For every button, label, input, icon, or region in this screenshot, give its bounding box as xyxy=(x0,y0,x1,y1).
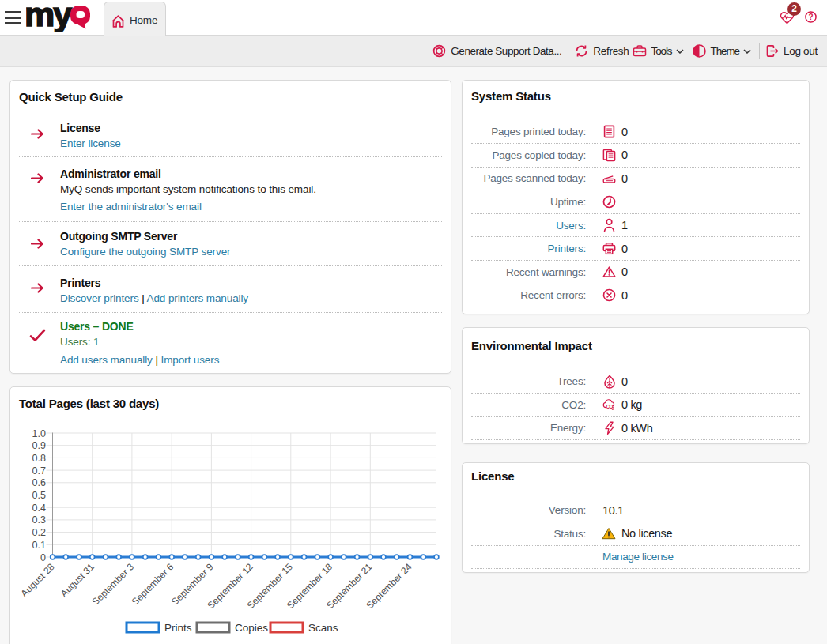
svg-text:0.1: 0.1 xyxy=(32,540,46,551)
svg-text:my: my xyxy=(26,0,72,32)
svg-text:0.6: 0.6 xyxy=(32,477,46,488)
svg-text:0.3: 0.3 xyxy=(32,514,46,525)
svg-text:1.0: 1.0 xyxy=(32,428,46,439)
svg-text:August 31: August 31 xyxy=(59,561,96,599)
svg-text:0.8: 0.8 xyxy=(32,453,46,464)
svg-text:Prints: Prints xyxy=(164,622,192,634)
svg-text:August 28: August 28 xyxy=(19,561,57,599)
svg-text:0.7: 0.7 xyxy=(32,465,46,476)
svg-text:September 3: September 3 xyxy=(90,561,137,608)
svg-text:Copies: Copies xyxy=(235,622,268,634)
svg-text:0.4: 0.4 xyxy=(32,503,46,514)
svg-text:0.9: 0.9 xyxy=(32,440,46,451)
svg-text:0: 0 xyxy=(40,552,46,563)
svg-text:?: ? xyxy=(808,13,813,21)
svg-text:0.2: 0.2 xyxy=(32,527,46,538)
svg-text:0.5: 0.5 xyxy=(32,490,46,501)
svg-text:2: 2 xyxy=(612,407,614,411)
svg-text:Scans: Scans xyxy=(308,622,338,634)
